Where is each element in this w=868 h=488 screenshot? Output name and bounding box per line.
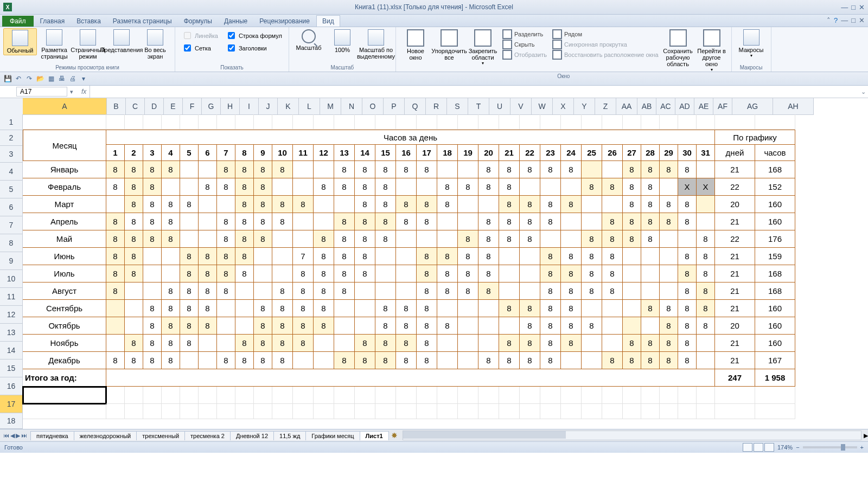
cell[interactable]: Декабрь — [23, 352, 106, 369]
cell[interactable] — [396, 404, 417, 419]
cell[interactable]: 8 — [106, 248, 125, 265]
cell[interactable]: 8 — [293, 317, 314, 335]
cell[interactable] — [561, 178, 582, 196]
cell[interactable]: 8 — [235, 248, 254, 265]
cell[interactable] — [162, 387, 180, 404]
cell[interactable]: 8 — [478, 352, 499, 369]
cell[interactable] — [235, 282, 254, 300]
cell[interactable] — [199, 352, 217, 369]
cell[interactable]: 5 — [180, 145, 199, 161]
cell[interactable] — [417, 114, 437, 130]
cell[interactable] — [437, 387, 458, 404]
cell[interactable]: 8 — [272, 213, 293, 230]
cell[interactable]: 17 — [417, 145, 437, 161]
cell[interactable]: 7 — [217, 145, 235, 161]
cell[interactable] — [499, 387, 520, 404]
row-header[interactable]: 12 — [0, 306, 23, 324]
cell[interactable]: 9 — [254, 145, 272, 161]
cell[interactable]: 168 — [755, 161, 795, 178]
cell[interactable]: 8 — [396, 161, 417, 178]
cell[interactable]: 8 — [180, 248, 199, 265]
hide-button[interactable]: Скрыть — [502, 40, 547, 49]
cell[interactable]: Сентябрь — [23, 300, 106, 317]
cell[interactable]: 160 — [755, 213, 795, 230]
cell[interactable]: Март — [23, 196, 106, 213]
cell[interactable] — [437, 352, 458, 369]
cell[interactable] — [582, 114, 602, 130]
save-icon[interactable]: 💾 — [3, 74, 12, 83]
cell[interactable] — [293, 387, 314, 404]
cell[interactable] — [334, 387, 355, 404]
cell[interactable] — [180, 114, 199, 130]
cell[interactable] — [437, 404, 458, 419]
column-header[interactable]: S — [447, 98, 468, 115]
macros-button[interactable]: Макросы▾ — [735, 28, 768, 59]
freeze-panes-button[interactable]: Закрепить области▾ — [467, 28, 499, 67]
cell[interactable]: 8 — [355, 196, 375, 213]
cell[interactable] — [582, 196, 602, 213]
cell[interactable] — [235, 387, 254, 404]
column-header[interactable]: I — [240, 98, 259, 115]
cell[interactable]: 1 — [106, 145, 125, 161]
cell[interactable] — [396, 282, 417, 300]
cell[interactable] — [375, 404, 396, 419]
cell[interactable]: 8 — [375, 300, 396, 317]
minimize-icon[interactable]: — — [841, 3, 848, 11]
cell[interactable] — [254, 404, 272, 419]
chk-ruler[interactable]: Линейка — [182, 30, 218, 41]
tab-layout[interactable]: Разметка страницы — [107, 16, 177, 27]
view-pagelayout-button[interactable]: Страничный режим — [72, 28, 104, 61]
cell[interactable] — [499, 248, 520, 265]
cell[interactable] — [272, 265, 293, 282]
cell[interactable] — [755, 404, 795, 419]
cell[interactable]: 8 — [437, 196, 458, 213]
cell[interactable]: 8 — [678, 352, 697, 369]
cell[interactable] — [375, 265, 396, 282]
cell[interactable] — [23, 404, 106, 419]
cell[interactable]: 8 — [623, 196, 641, 213]
cell[interactable] — [334, 114, 355, 130]
fx-icon[interactable]: fx — [81, 88, 86, 95]
cell[interactable] — [162, 404, 180, 419]
cell[interactable] — [293, 178, 314, 196]
cell[interactable]: 8 — [697, 282, 715, 300]
cell[interactable] — [396, 248, 417, 265]
cell[interactable] — [217, 300, 235, 317]
cell[interactable]: 8 — [272, 196, 293, 213]
cell[interactable]: 8 — [106, 265, 125, 282]
cell[interactable] — [217, 317, 235, 335]
cell[interactable] — [272, 114, 293, 130]
column-header[interactable]: AD — [675, 98, 694, 115]
cell[interactable] — [561, 387, 582, 404]
cell[interactable] — [355, 282, 375, 300]
cell[interactable]: 8 — [235, 335, 254, 352]
cell[interactable]: 8 — [254, 300, 272, 317]
cell[interactable]: 8 — [199, 300, 217, 317]
cell[interactable]: 168 — [755, 265, 795, 282]
cell[interactable]: 8 — [314, 248, 334, 265]
row-header[interactable]: 2 — [0, 130, 23, 146]
cell[interactable] — [582, 335, 602, 352]
cell[interactable]: 15 — [375, 145, 396, 161]
tab-formulas[interactable]: Формулы — [178, 16, 218, 27]
cell[interactable] — [143, 387, 162, 404]
column-header[interactable]: R — [426, 98, 447, 115]
pagelayout-mode-icon[interactable] — [754, 443, 763, 452]
cell[interactable]: 8 — [334, 230, 355, 248]
cell[interactable] — [334, 196, 355, 213]
cell[interactable]: 8 — [272, 317, 293, 335]
cell[interactable]: 8 — [355, 161, 375, 178]
cell[interactable] — [499, 404, 520, 419]
cell[interactable] — [106, 196, 125, 213]
cell[interactable]: 8 — [106, 230, 125, 248]
cell[interactable]: По графику — [715, 130, 795, 145]
cell[interactable]: 8 — [540, 265, 561, 282]
cell[interactable]: 8 — [678, 248, 697, 265]
sheet-tab[interactable]: трехсменный — [136, 431, 185, 440]
cell[interactable]: 8 — [458, 282, 478, 300]
cell[interactable]: 8 — [478, 161, 499, 178]
cell[interactable]: 20 — [715, 317, 755, 335]
cell[interactable]: 8 — [520, 335, 540, 352]
cell[interactable]: 1 958 — [755, 369, 795, 387]
cell[interactable]: 8 — [437, 178, 458, 196]
